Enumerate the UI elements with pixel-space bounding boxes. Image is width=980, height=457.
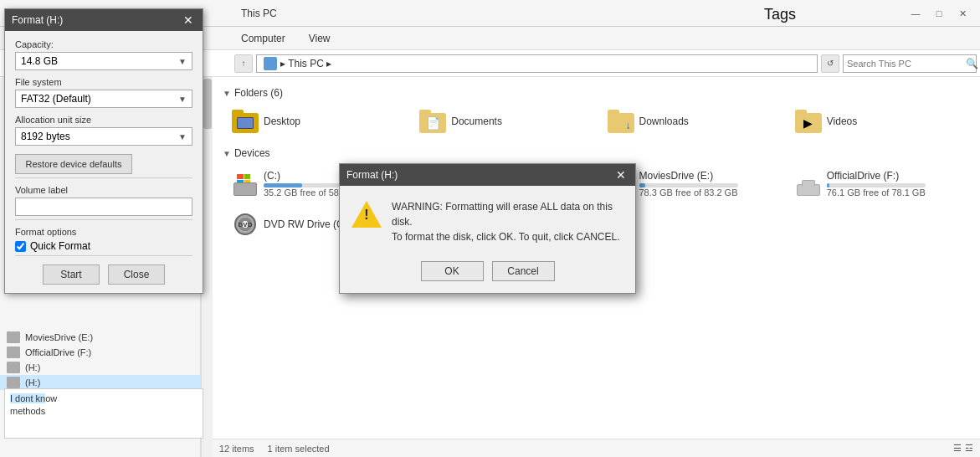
quick-format-row: Quick Format	[15, 240, 192, 252]
warning-ok-button[interactable]: OK	[421, 261, 484, 281]
restore-defaults-button[interactable]: Restore device defaults	[15, 154, 132, 174]
drive-f-name: OfficialDrive (F:)	[827, 170, 926, 182]
warning-dialog: Format (H:) ✕ ! WARNING: Formatting will…	[339, 163, 636, 294]
devices-chevron-icon: ▼	[223, 149, 231, 158]
allocation-dropdown[interactable]: 8192 bytes ▼	[15, 127, 192, 146]
drive-h2-icon	[7, 377, 20, 388]
divider2	[15, 219, 192, 220]
format-dialog-close-button[interactable]: ✕	[181, 13, 196, 28]
format-dialog-buttons: Start Close	[15, 264, 192, 285]
divider3	[15, 255, 192, 256]
drive-f-label: OfficialDrive (F:) 76.1 GB free of 78.1 …	[827, 170, 926, 198]
drive-f[interactable]: OfficialDrive (F:) 76.1 GB free of 78.1 …	[789, 166, 970, 202]
search-input[interactable]	[847, 59, 962, 69]
filesystem-value: FAT32 (Default)	[21, 93, 91, 105]
downloads-label-area: Downloads	[639, 116, 689, 127]
folders-section-header: ▼ Folders (6)	[223, 87, 970, 99]
folder-documents[interactable]: 📄 Documents	[413, 105, 594, 137]
documents-label-area: Documents	[451, 116, 502, 127]
address-path-text: ▸ This PC ▸	[280, 58, 331, 69]
quick-format-checkbox[interactable]	[15, 241, 26, 252]
sidebar-drive-F[interactable]: OfficialDrive (F:)	[0, 345, 201, 360]
sidebar-drive-H1[interactable]: (H:)	[0, 360, 201, 375]
volume-label-input[interactable]	[15, 198, 192, 216]
sidebar-drive-e-label: MoviesDrive (E:)	[25, 332, 93, 342]
desktop-label-area: Desktop	[264, 116, 300, 127]
win-logo-red	[237, 174, 244, 180]
allocation-label: Allocation unit size	[15, 115, 192, 125]
sidebar-drive-E[interactable]: MoviesDrive (E:)	[0, 330, 201, 345]
warning-dialog-titlebar: Format (H:) ✕	[340, 164, 635, 186]
start-button[interactable]: Start	[43, 264, 100, 285]
chat-highlight: I dont kn	[10, 393, 45, 403]
sidebar-drive-h1-label: (H:)	[25, 362, 40, 372]
chat-area: I dont knowmethods	[4, 388, 203, 439]
drive-g-name: DVD RW Drive (G:)	[264, 218, 351, 230]
format-close-button[interactable]: Close	[108, 264, 165, 285]
format-dialog: Format (H:) ✕ Capacity: 14.8 GB ▼ File s…	[4, 8, 203, 294]
warning-cancel-button[interactable]: Cancel	[492, 261, 555, 281]
filesystem-dropdown[interactable]: FAT32 (Default) ▼	[15, 90, 192, 108]
win-logo-green	[244, 174, 251, 180]
quick-format-label: Quick Format	[30, 240, 90, 252]
divider1	[15, 177, 192, 178]
statusbar-grid-icon[interactable]: ☰	[953, 443, 962, 454]
warning-dialog-close-button[interactable]: ✕	[613, 167, 629, 182]
warning-message: WARNING: Formatting will erase ALL data …	[392, 199, 623, 244]
ribbon-tab-view[interactable]: View	[302, 29, 337, 48]
videos-label-area: Videos	[827, 116, 857, 127]
folders-grid: Desktop 📄 Documents	[226, 105, 970, 137]
warning-dialog-body: ! WARNING: Formatting will erase ALL dat…	[340, 186, 635, 254]
drive-e-icon	[7, 331, 20, 343]
videos-name: Videos	[827, 116, 857, 127]
devices-section-header: ▼ Devices	[223, 147, 970, 159]
desktop-folder-icon	[232, 110, 259, 133]
scroll-thumb[interactable]	[203, 79, 212, 129]
close-button[interactable]: ✕	[952, 5, 973, 22]
format-dialog-title: Format (H:)	[12, 14, 63, 26]
format-dialog-body: Capacity: 14.8 GB ▼ File system FAT32 (D…	[5, 31, 203, 293]
chat-text: I dont knowmethods	[10, 393, 198, 418]
folders-chevron-icon: ▼	[223, 89, 231, 98]
nav-back-button[interactable]: ↑	[234, 54, 253, 73]
drive-c-box	[233, 182, 257, 196]
search-box[interactable]: 🔍	[843, 54, 977, 73]
warning-exclamation: !	[364, 208, 368, 223]
tags-title: Tags	[764, 6, 796, 23]
capacity-dropdown[interactable]: 14.8 GB ▼	[15, 52, 192, 70]
format-dialog-titlebar: Format (H:) ✕	[5, 9, 203, 31]
allocation-value: 8192 bytes	[21, 131, 70, 142]
capacity-value: 14.8 GB	[21, 55, 58, 67]
maximize-button[interactable]: □	[928, 5, 950, 22]
ribbon-tab-computer[interactable]: Computer	[234, 29, 292, 48]
refresh-button[interactable]: ↺	[821, 54, 839, 73]
filesystem-dropdown-arrow: ▼	[178, 95, 187, 104]
warning-dialog-title: Format (H:)	[346, 169, 398, 181]
statusbar-view-icons: ☰ ☲	[953, 443, 973, 454]
volume-label-label: Volume label	[15, 185, 192, 195]
downloads-folder-icon: ↓	[608, 110, 634, 133]
statusbar-list-icon[interactable]: ☲	[965, 443, 973, 454]
folders-section-title: Folders (6)	[234, 87, 283, 99]
devices-section-title: Devices	[234, 147, 270, 159]
folder-desktop[interactable]: Desktop	[226, 105, 407, 137]
drive-f-space: 76.1 GB free of 78.1 GB	[827, 187, 926, 198]
folder-downloads[interactable]: ↓ Downloads	[602, 105, 782, 137]
drive-e-name: MoviesDrive (E:)	[639, 170, 738, 182]
dvd-disc: DVD	[234, 213, 256, 235]
warning-dialog-buttons: OK Cancel	[340, 254, 635, 293]
downloads-name: Downloads	[639, 116, 689, 127]
format-options-label: Format options	[15, 227, 192, 237]
address-path[interactable]: ▸ This PC ▸	[256, 54, 818, 73]
search-icon: 🔍	[966, 58, 978, 69]
capacity-dropdown-arrow: ▼	[178, 57, 187, 66]
statusbar-items: 12 items	[219, 444, 254, 454]
drive-f-icon	[7, 347, 20, 358]
minimize-button[interactable]: —	[905, 5, 926, 22]
sidebar-drive-h2-label: (H:)	[25, 377, 40, 388]
this-pc-icon	[264, 57, 277, 70]
filesystem-label: File system	[15, 77, 192, 87]
folder-videos[interactable]: ▶ Videos	[789, 105, 970, 137]
statusbar-selected: 1 item selected	[268, 444, 330, 454]
statusbar: 12 items 1 item selected ☰ ☲	[213, 439, 980, 457]
